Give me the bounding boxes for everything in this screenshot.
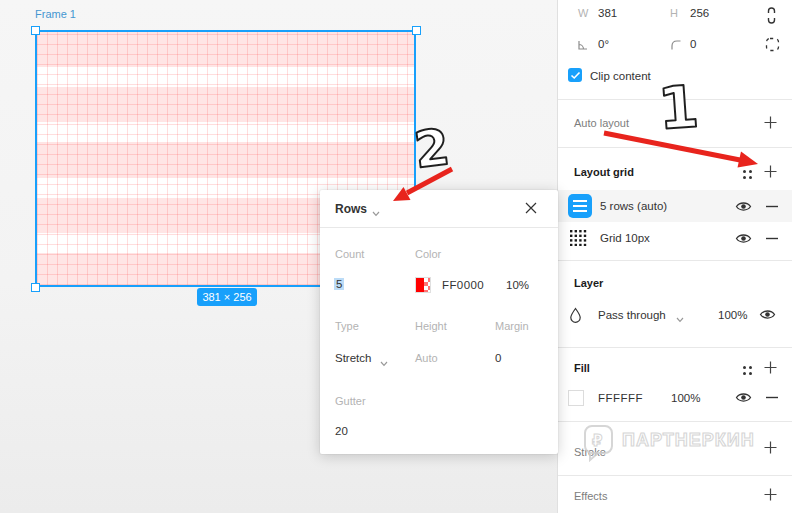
corner-radius-field[interactable]: 0 <box>690 38 696 50</box>
chevron-down-icon <box>676 313 684 325</box>
margin-field[interactable]: 0 <box>495 352 501 364</box>
independent-corners-icon[interactable] <box>765 37 780 54</box>
fill-styles-icon[interactable] <box>741 364 753 378</box>
eye-icon[interactable] <box>759 308 776 323</box>
type-label: Type <box>335 320 359 332</box>
height-field[interactable]: 256 <box>690 7 709 19</box>
fill-add-icon[interactable] <box>764 361 777 376</box>
remove-fill-icon[interactable] <box>765 391 779 406</box>
step2-number: 2 <box>411 118 453 180</box>
height-label: Height <box>415 320 447 332</box>
layer-opacity-field[interactable]: 100% <box>718 309 746 321</box>
corner-radius-icon <box>670 39 682 53</box>
layout-grid-settings-popup: Rows Count Color 5 FF0000 10% Type Heigh… <box>320 190 558 454</box>
stroke-add-icon[interactable] <box>764 441 777 456</box>
grid-color-hex-field[interactable]: FF0000 <box>442 279 484 291</box>
clip-content-checkbox[interactable] <box>568 68 582 82</box>
selection-handle-top-left[interactable] <box>31 26 40 35</box>
fill-opacity-field[interactable]: 100% <box>671 392 699 404</box>
gutter-label: Gutter <box>335 395 366 407</box>
selection-handle-bottom-left[interactable] <box>31 283 40 292</box>
count-value-selected: 5 <box>334 278 344 290</box>
count-field[interactable]: 5 <box>334 278 344 290</box>
layer-title: Layer <box>574 277 603 289</box>
layout-grid-add-icon[interactable] <box>764 165 777 180</box>
fill-title: Fill <box>574 362 590 374</box>
selection-handle-top-right[interactable] <box>412 26 421 35</box>
gutter-field[interactable]: 20 <box>335 425 348 437</box>
height-label: H <box>670 7 678 19</box>
grid-item-label[interactable]: Grid 10px <box>600 232 650 244</box>
height-field[interactable]: Auto <box>415 352 438 364</box>
fill-color-swatch[interactable] <box>568 390 584 406</box>
remove-grid-icon[interactable] <box>765 200 779 215</box>
grid-styles-icon[interactable] <box>741 168 753 182</box>
width-label: W <box>578 7 588 19</box>
figma-app: Frame 1 381 × 256 W 381 H 256 0° 0 Clip … <box>0 0 792 513</box>
eye-icon[interactable] <box>735 232 752 247</box>
type-dropdown[interactable]: Stretch <box>335 352 371 364</box>
rotation-icon <box>576 38 589 53</box>
effects-add-icon[interactable] <box>764 488 777 503</box>
remove-grid-icon[interactable] <box>765 232 779 247</box>
eye-icon[interactable] <box>735 391 752 406</box>
grid-color-opacity-field[interactable]: 10% <box>506 279 529 291</box>
frame-title-label[interactable]: Frame 1 <box>35 8 76 20</box>
margin-label: Margin <box>495 320 529 332</box>
grid-color-swatch[interactable] <box>415 277 431 293</box>
fill-hex-field[interactable]: FFFFFF <box>598 392 643 404</box>
layout-grid-title: Layout grid <box>574 166 634 178</box>
rows-grid-icon[interactable] <box>568 194 592 218</box>
blend-mode-icon <box>569 307 582 325</box>
stroke-title: Stroke <box>574 446 606 458</box>
constrain-proportions-icon[interactable] <box>765 6 778 27</box>
chevron-down-icon <box>372 207 380 219</box>
blend-mode-dropdown[interactable]: Pass through <box>598 309 666 321</box>
close-icon[interactable] <box>524 201 538 217</box>
eye-icon[interactable] <box>735 200 752 215</box>
width-field[interactable]: 381 <box>598 7 617 19</box>
rotation-field[interactable]: 0° <box>598 38 609 50</box>
effects-title: Effects <box>574 490 607 502</box>
grid-row-selected-bg <box>558 190 792 222</box>
uniform-grid-icon[interactable] <box>570 230 587 248</box>
properties-panel: W 381 H 256 0° 0 Clip content Auto layou… <box>557 0 792 513</box>
grid-type-dropdown[interactable]: Rows <box>335 202 367 216</box>
auto-layout-add-icon[interactable] <box>764 116 777 131</box>
clip-content-label: Clip content <box>590 70 651 82</box>
grid-item-label[interactable]: 5 rows (auto) <box>600 200 667 212</box>
chevron-down-icon <box>380 357 388 369</box>
size-badge: 381 × 256 <box>197 288 257 306</box>
color-label: Color <box>415 248 441 260</box>
auto-layout-title: Auto layout <box>574 117 629 129</box>
count-label: Count <box>335 248 364 260</box>
